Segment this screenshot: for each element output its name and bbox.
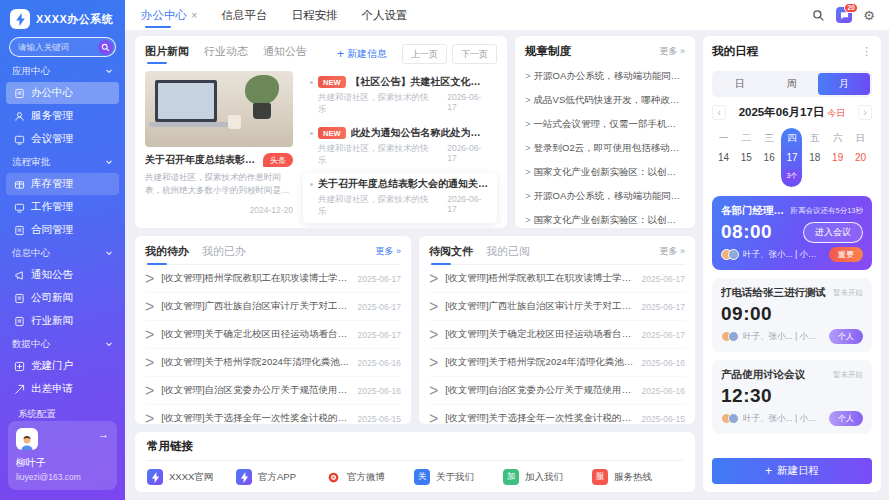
user-card[interactable]: → 柳叶子 liuyezi@163.com (8, 421, 117, 490)
view-month-button[interactable]: 月 (818, 73, 870, 95)
rule-item[interactable]: >开源OA办公系统，移动端功能同样全面 (525, 184, 685, 208)
prev-date-button[interactable]: ‹ (712, 105, 726, 120)
calendar-day[interactable]: 五18 (804, 128, 825, 168)
file-item[interactable]: >[收文管理]广西壮族自治区审计厅关于对工程项目地质勘察实...2025-06-… (429, 293, 685, 321)
news-list-item[interactable]: NEW 【社区公告】共建社区文化与生态，一起奔 共建和谐社区，探索技术的快乐20… (303, 71, 497, 121)
link-weibo[interactable]: 官方微博 (325, 469, 414, 485)
news-list-item[interactable]: 关于召开年度总结表彰大会的通知关于召开年度总 共建和谐社区，探索技术的快乐202… (303, 224, 497, 228)
search-icon[interactable] (812, 9, 825, 22)
meeting-card[interactable]: 打电话给张三进行测试 暂未开始 09:00 叶子、张小... | 小会议室 个人 (712, 278, 872, 352)
link-join-us[interactable]: 加 加入我们 (503, 469, 592, 485)
sidebar-item-inventory-mgmt[interactable]: 库存管理 (6, 173, 119, 195)
files-more-link[interactable]: 更多 » (659, 245, 685, 258)
section-label: 流程审批 (12, 156, 50, 169)
calendar-day[interactable]: 三16 (759, 128, 780, 168)
sidebar-item-industry-news[interactable]: 行业新闻 (6, 310, 119, 332)
calendar-day[interactable]: 一14 (713, 128, 734, 168)
next-date-button[interactable]: › (858, 105, 872, 120)
todo-item[interactable]: >[收文管理]关于确定北校区田径运动场看台下方办公室改造工...2025-06-… (145, 321, 401, 349)
next-page-button[interactable]: 下一页 (452, 44, 497, 64)
new-schedule-button[interactable]: + 新建日程 (712, 458, 872, 484)
file-item[interactable]: >[收文管理]关于确定北校区田径运动场看台下方办公室改造工...2025-06-… (429, 321, 685, 349)
file-item[interactable]: >[收文管理]关于梧州学院2024年清理化粪池服务项目评审小组...2025-0… (429, 349, 685, 377)
sidebar-item-service-mgmt[interactable]: 服务管理 (6, 105, 119, 127)
rule-item[interactable]: >一站式会议管理，仅需一部手机就搞定 (525, 112, 685, 136)
sidebar-item-system-config[interactable]: 系统配置 (6, 401, 119, 421)
view-week-button[interactable]: 周 (766, 73, 818, 95)
company-news-icon (14, 293, 25, 304)
sidebar-item-work-mgmt[interactable]: 工作管理 (6, 196, 119, 218)
todo-item[interactable]: >[收文管理]梧州学院教职工在职攻读博士学位管理办法(修订)2025-06-17 (145, 265, 401, 293)
todo-more-link[interactable]: 更多 » (375, 245, 401, 258)
link-official-app[interactable]: 官方APP (236, 469, 325, 485)
party-portal-icon (14, 361, 25, 372)
file-item[interactable]: >[收文管理]梧州学院教职工在职攻读博士学位管理办法(修订)2025-06-17 (429, 265, 685, 293)
file-item[interactable]: >[收文管理]关于选择全年一次性奖金计税的通知2025-06-15 (429, 405, 685, 424)
calendar-day[interactable]: 二15 (736, 128, 757, 168)
chevron-right-icon: > (525, 70, 531, 81)
sidebar-section-app-center[interactable]: 应用中心 (6, 60, 119, 81)
sidebar-item-party-portal[interactable]: 党建门户 (6, 355, 119, 377)
todo-item[interactable]: >[收文管理]广西壮族自治区审计厅关于对工程项目地质勘察实...2025-06-… (145, 293, 401, 321)
rule-item[interactable]: >登录到O2云，即可使用包括移动办公在内的所有功能! (525, 136, 685, 160)
tab-schedule[interactable]: 日程安排 (291, 0, 337, 30)
news-feature-card[interactable]: 关于召开年度总结表彰大会的通知 头条 共建和谐社区，探索技术的作息时间表，杭州绝… (145, 71, 293, 228)
gear-icon[interactable]: ⚙ (863, 9, 875, 22)
news-list-item[interactable]: 关于召开年度总结表彰大会的通知关于召开年度总结 共建和谐社区，探索技术的快乐20… (303, 173, 497, 223)
sidebar-item-notice[interactable]: 通知公告 (6, 264, 119, 286)
news-list-item[interactable]: NEW 此处为通知公告名称此处为通知公告名称 共建和谐社区，探索技术的快乐202… (303, 122, 497, 172)
work-mgmt-icon (14, 202, 25, 213)
sidebar-item-meeting-mgmt[interactable]: 会议管理 (6, 128, 119, 150)
search-icon[interactable] (98, 40, 113, 55)
new-info-button[interactable]: + 新建信息 (337, 47, 387, 61)
sidebar-section-info-center[interactable]: 信息中心 (6, 242, 119, 263)
view-day-button[interactable]: 日 (714, 73, 766, 95)
rule-item[interactable]: >国家文化产业创新实验区：以创新推动产业发展 (525, 208, 685, 228)
chevron-down-icon (105, 339, 113, 350)
calendar-week: 一14 二15 三16 四173个 五18 六19 日20 (712, 128, 872, 187)
rule-item[interactable]: >国家文化产业创新实验区：以创新推动产业发展 (525, 160, 685, 184)
sidebar-item-office-center[interactable]: 办公中心 (6, 82, 119, 104)
app-logo-icon (10, 9, 30, 29)
todo-panel: 我的待办 我的已办 更多 » >[收文管理]梧州学院教职工在职攻读博士学位管理办… (135, 236, 411, 424)
more-menu-icon[interactable]: ⋮ (861, 45, 872, 58)
sidebar-section-data-center[interactable]: 数据中心 (6, 333, 119, 354)
feature-title[interactable]: 关于召开年度总结表彰大会的通知 (145, 153, 258, 167)
news-tab-notice[interactable]: 通知公告 (263, 44, 307, 64)
calendar-day-selected[interactable]: 四173个 (781, 128, 802, 187)
sidebar-item-company-news[interactable]: 公司新闻 (6, 287, 119, 309)
news-tab-industry[interactable]: 行业动态 (204, 44, 248, 64)
todo-tab-pending[interactable]: 我的待办 (145, 244, 189, 259)
tab-personal-settings[interactable]: 个人设置 (361, 0, 407, 30)
rules-more-link[interactable]: 更多 » (659, 45, 685, 58)
close-icon[interactable]: × (191, 9, 197, 21)
link-hotline[interactable]: 服 服务热线 (592, 469, 681, 485)
rule-item[interactable]: >成品VS低代码快速开发，哪种政务OA系统更好呢？ (525, 88, 685, 112)
tab-info-platform[interactable]: 信息平台 (221, 0, 267, 30)
link-official-site[interactable]: XXXX官网 (147, 469, 236, 485)
sidebar-item-travel-request[interactable]: 出差申请 (6, 378, 119, 400)
meeting-card[interactable]: 产品使用讨论会议 暂未开始 12:30 叶子、张小... | 小会议室 个人 (712, 360, 872, 434)
prev-page-button[interactable]: 上一页 (402, 44, 447, 64)
todo-item[interactable]: >[收文管理]自治区党委办公厅关于规范使用党内同志称谓的通知2025-06-16 (145, 377, 401, 405)
file-item[interactable]: >[收文管理]自治区党委办公厅关于规范使用党内同志称谓的通知2025-06-16 (429, 377, 685, 405)
link-about-us[interactable]: 关 关于我们 (414, 469, 503, 485)
join-meeting-button[interactable]: 进入会议 (803, 222, 863, 243)
calendar-day[interactable]: 日20 (850, 128, 871, 168)
rule-item[interactable]: >开源OA办公系统，移动端功能同样全面 (525, 64, 685, 88)
files-tab-unread[interactable]: 待阅文件 (429, 244, 473, 259)
sidebar-search-input[interactable] (18, 42, 98, 52)
arrow-right-icon[interactable]: → (98, 428, 109, 440)
news-tab-photo[interactable]: 图片新闻 (145, 44, 189, 64)
todo-item[interactable]: >[收文管理]关于选择全年一次性奖金计税的通知2025-06-15 (145, 405, 401, 424)
todo-tab-done[interactable]: 我的已办 (202, 244, 246, 259)
todo-item[interactable]: >[收文管理]关于梧州学院2024年清理化粪池服务项目评审小组...2025-0… (145, 349, 401, 377)
calendar-day[interactable]: 六19 (827, 128, 848, 168)
links-title: 常用链接 (147, 439, 683, 461)
message-icon[interactable]: 20 (836, 7, 852, 23)
files-tab-read[interactable]: 我的已阅 (486, 244, 530, 259)
tab-office-center[interactable]: 办公中心 × (141, 0, 197, 30)
sidebar-section-process-approval[interactable]: 流程审批 (6, 151, 119, 172)
sidebar-item-contract-mgmt[interactable]: 合同管理 (6, 219, 119, 241)
meeting-card[interactable]: 各部门经理小会议 距离会议还有5分13秒 08:00 进入会议 叶子、张小...… (712, 196, 872, 270)
